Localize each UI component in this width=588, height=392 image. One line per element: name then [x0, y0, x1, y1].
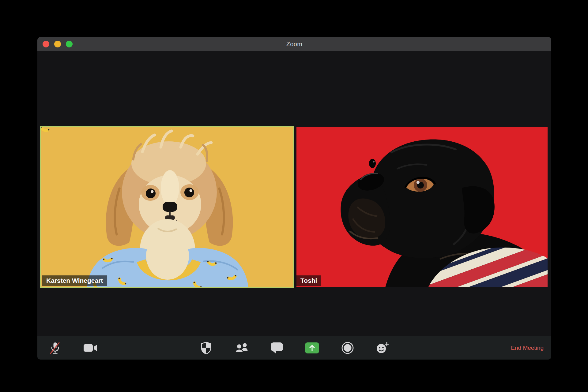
minimize-button[interactable]: [54, 41, 61, 47]
record-icon: [341, 342, 354, 354]
titlebar[interactable]: Zoom: [37, 37, 551, 51]
window-controls: [43, 41, 73, 47]
end-meeting-button[interactable]: End Meeting: [508, 343, 547, 353]
participant-name-badge: Toshi: [296, 275, 321, 286]
zoom-window: Zoom: [37, 37, 551, 360]
record-button[interactable]: [341, 342, 354, 354]
window-title: Zoom: [286, 41, 302, 48]
share-screen-icon: [305, 342, 319, 353]
video-feed-pug-dog: [296, 127, 548, 287]
video-button[interactable]: [83, 344, 97, 352]
share-screen-button[interactable]: [305, 342, 319, 353]
chat-button[interactable]: [270, 342, 283, 354]
participants-icon: [235, 342, 249, 354]
meeting-toolbar: End Meeting: [37, 336, 551, 360]
reactions-button[interactable]: [376, 342, 390, 354]
security-button[interactable]: [201, 342, 212, 354]
participant-name-badge: Karsten Winegeart: [42, 275, 107, 286]
video-feed-fluffy-dog: [41, 127, 293, 287]
participants-button[interactable]: [235, 342, 249, 354]
participant-tile-toshi[interactable]: Toshi: [296, 127, 548, 287]
maximize-button[interactable]: [66, 41, 73, 47]
reactions-icon: [376, 342, 390, 354]
security-shield-icon: [201, 342, 212, 354]
microphone-muted-icon: [48, 341, 62, 355]
video-grid: Karsten Winegeart: [37, 51, 551, 336]
chat-icon: [270, 342, 283, 354]
mute-button[interactable]: [48, 341, 62, 355]
camera-icon: [83, 344, 97, 352]
close-button[interactable]: [43, 41, 49, 47]
participant-tile-karsten[interactable]: Karsten Winegeart: [40, 126, 294, 288]
